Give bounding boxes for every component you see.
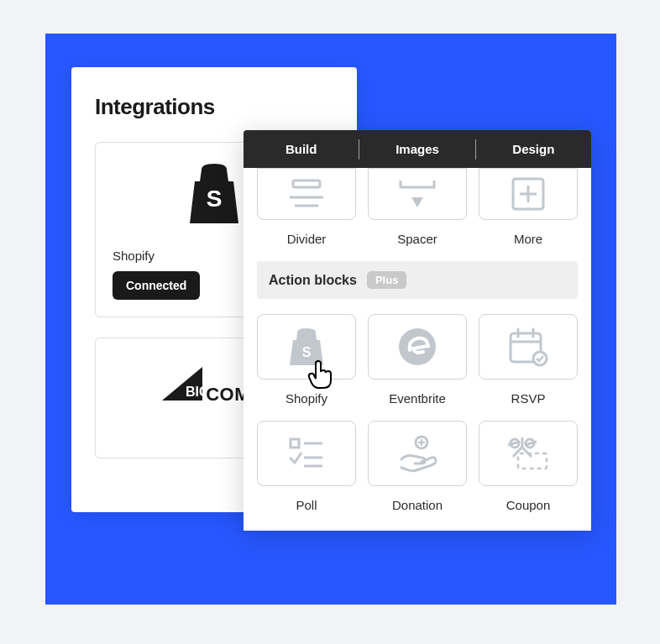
block-label: Donation — [368, 495, 467, 512]
block-donation[interactable] — [368, 421, 467, 486]
status-badge: Connected — [113, 271, 200, 300]
block-label: Spacer — [368, 228, 467, 246]
poll-icon — [287, 436, 326, 471]
shopping-bag-icon: S — [183, 161, 245, 225]
donation-icon — [396, 434, 438, 473]
block-shopify[interactable]: S — [257, 314, 356, 380]
block-rsvp[interactable] — [479, 314, 578, 380]
more-icon — [510, 177, 547, 211]
block-spacer[interactable] — [368, 168, 467, 220]
svg-marker-6 — [411, 197, 423, 207]
block-more[interactable] — [479, 168, 578, 220]
spacer-icon — [397, 177, 437, 211]
tab-build[interactable]: Build — [244, 130, 359, 168]
svg-text:S: S — [207, 186, 223, 212]
block-poll[interactable] — [257, 421, 356, 486]
block-label: Shopify — [257, 388, 356, 406]
page-title: Integrations — [95, 94, 333, 120]
coupon-icon — [506, 435, 550, 472]
section-title: Action blocks — [269, 273, 357, 288]
shopping-bag-icon: S — [288, 327, 325, 367]
eventbrite-icon — [396, 326, 438, 368]
block-label: Divider — [257, 228, 356, 246]
block-label: Coupon — [479, 495, 578, 512]
tabbar: Build Images Design — [244, 130, 591, 168]
block-label: More — [479, 228, 578, 246]
triangle-icon: BIG — [162, 367, 202, 401]
block-coupon[interactable] — [479, 421, 578, 486]
block-label: Eventbrite — [368, 388, 467, 406]
divider-icon — [288, 177, 325, 211]
tab-design[interactable]: Design — [476, 130, 591, 168]
svg-rect-28 — [518, 453, 547, 469]
block-eventbrite[interactable] — [368, 314, 467, 380]
plus-badge: Plus — [367, 271, 406, 289]
tab-images[interactable]: Images — [359, 130, 474, 168]
section-header-action-blocks: Action blocks Plus — [257, 261, 578, 299]
block-label: Poll — [257, 495, 356, 512]
calendar-check-icon — [507, 327, 549, 367]
block-divider[interactable] — [257, 168, 356, 220]
svg-text:S: S — [302, 345, 312, 359]
svg-text:BIG: BIG — [186, 385, 202, 399]
svg-rect-17 — [291, 439, 299, 448]
svg-rect-3 — [293, 181, 320, 187]
build-panel: Build Images Design — [244, 130, 591, 531]
block-label: RSVP — [479, 388, 578, 406]
